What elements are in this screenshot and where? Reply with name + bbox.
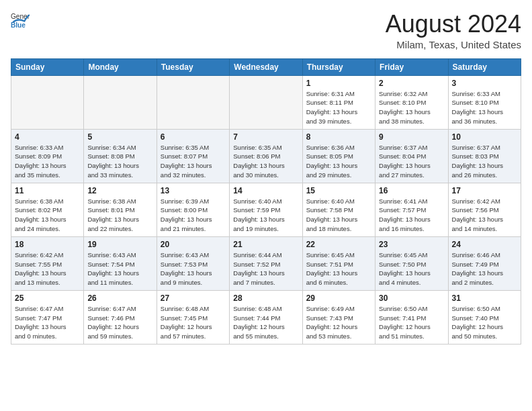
day-info: Sunrise: 6:45 AM Sunset: 7:51 PM Dayligh… bbox=[306, 250, 371, 287]
calendar-day-cell: 8Sunrise: 6:36 AM Sunset: 8:05 PM Daylig… bbox=[302, 129, 375, 183]
day-info: Sunrise: 6:38 AM Sunset: 8:02 PM Dayligh… bbox=[15, 197, 80, 234]
day-number: 15 bbox=[306, 186, 371, 195]
calendar-day-cell: 3Sunrise: 6:33 AM Sunset: 8:10 PM Daylig… bbox=[448, 75, 521, 129]
day-info: Sunrise: 6:38 AM Sunset: 8:01 PM Dayligh… bbox=[87, 197, 152, 234]
day-info: Sunrise: 6:42 AM Sunset: 7:55 PM Dayligh… bbox=[15, 250, 80, 287]
day-info: Sunrise: 6:37 AM Sunset: 8:04 PM Dayligh… bbox=[379, 143, 444, 180]
calendar-day-cell: 13Sunrise: 6:39 AM Sunset: 8:00 PM Dayli… bbox=[157, 183, 229, 236]
day-number: 21 bbox=[233, 240, 298, 249]
day-info: Sunrise: 6:33 AM Sunset: 8:09 PM Dayligh… bbox=[15, 143, 80, 180]
calendar-day-cell: 23Sunrise: 6:45 AM Sunset: 7:50 PM Dayli… bbox=[375, 236, 448, 290]
calendar-week-row: 25Sunrise: 6:47 AM Sunset: 7:47 PM Dayli… bbox=[11, 290, 521, 344]
day-number: 14 bbox=[233, 186, 298, 195]
calendar-day-cell: 27Sunrise: 6:48 AM Sunset: 7:45 PM Dayli… bbox=[157, 290, 229, 344]
calendar-day-cell: 21Sunrise: 6:44 AM Sunset: 7:52 PM Dayli… bbox=[230, 236, 302, 290]
calendar-day-cell: 29Sunrise: 6:49 AM Sunset: 7:43 PM Dayli… bbox=[302, 290, 375, 344]
day-number: 4 bbox=[15, 132, 80, 142]
calendar-day-cell: 4Sunrise: 6:33 AM Sunset: 8:09 PM Daylig… bbox=[11, 129, 84, 183]
day-info: Sunrise: 6:35 AM Sunset: 8:06 PM Dayligh… bbox=[233, 143, 298, 180]
day-number: 20 bbox=[161, 240, 226, 249]
day-number: 11 bbox=[15, 186, 80, 195]
day-number: 29 bbox=[306, 293, 371, 303]
calendar-day-cell: 30Sunrise: 6:50 AM Sunset: 7:41 PM Dayli… bbox=[375, 290, 448, 344]
day-info: Sunrise: 6:42 AM Sunset: 7:56 PM Dayligh… bbox=[452, 197, 517, 234]
location: Milam, Texas, United States bbox=[386, 39, 521, 50]
calendar-day-cell: 2Sunrise: 6:32 AM Sunset: 8:10 PM Daylig… bbox=[375, 75, 448, 129]
calendar-day-cell: 28Sunrise: 6:48 AM Sunset: 7:44 PM Dayli… bbox=[230, 290, 302, 344]
calendar-day-cell: 16Sunrise: 6:41 AM Sunset: 7:57 PM Dayli… bbox=[375, 183, 448, 236]
day-info: Sunrise: 6:47 AM Sunset: 7:47 PM Dayligh… bbox=[15, 304, 80, 341]
calendar-day-cell bbox=[157, 75, 229, 129]
day-number: 7 bbox=[233, 132, 298, 142]
weekday-header-friday: Friday bbox=[375, 58, 448, 75]
day-number: 10 bbox=[452, 132, 517, 142]
day-info: Sunrise: 6:50 AM Sunset: 7:41 PM Dayligh… bbox=[379, 304, 444, 341]
day-info: Sunrise: 6:48 AM Sunset: 7:44 PM Dayligh… bbox=[233, 304, 298, 341]
weekday-header-row: SundayMondayTuesdayWednesdayThursdayFrid… bbox=[11, 58, 521, 75]
calendar-day-cell: 31Sunrise: 6:50 AM Sunset: 7:40 PM Dayli… bbox=[448, 290, 521, 344]
day-number: 30 bbox=[379, 293, 444, 303]
calendar-day-cell: 19Sunrise: 6:43 AM Sunset: 7:54 PM Dayli… bbox=[84, 236, 157, 290]
day-number: 9 bbox=[379, 132, 444, 142]
day-info: Sunrise: 6:35 AM Sunset: 8:07 PM Dayligh… bbox=[161, 143, 226, 180]
page-header: General Blue August 2024 Milam, Texas, U… bbox=[11, 11, 521, 50]
logo-icon: General Blue bbox=[11, 11, 30, 30]
calendar-day-cell bbox=[230, 75, 302, 129]
day-number: 2 bbox=[379, 79, 444, 88]
day-number: 13 bbox=[161, 186, 226, 195]
day-number: 16 bbox=[379, 186, 444, 195]
calendar-week-row: 1Sunrise: 6:31 AM Sunset: 8:11 PM Daylig… bbox=[11, 75, 521, 129]
calendar-day-cell: 18Sunrise: 6:42 AM Sunset: 7:55 PM Dayli… bbox=[11, 236, 84, 290]
calendar-day-cell: 10Sunrise: 6:37 AM Sunset: 8:03 PM Dayli… bbox=[448, 129, 521, 183]
calendar-day-cell: 1Sunrise: 6:31 AM Sunset: 8:11 PM Daylig… bbox=[302, 75, 375, 129]
weekday-header-tuesday: Tuesday bbox=[157, 58, 229, 75]
weekday-header-thursday: Thursday bbox=[302, 58, 375, 75]
calendar-week-row: 4Sunrise: 6:33 AM Sunset: 8:09 PM Daylig… bbox=[11, 129, 521, 183]
calendar-day-cell: 22Sunrise: 6:45 AM Sunset: 7:51 PM Dayli… bbox=[302, 236, 375, 290]
calendar-day-cell: 17Sunrise: 6:42 AM Sunset: 7:56 PM Dayli… bbox=[448, 183, 521, 236]
calendar-day-cell: 14Sunrise: 6:40 AM Sunset: 7:59 PM Dayli… bbox=[230, 183, 302, 236]
calendar-day-cell: 11Sunrise: 6:38 AM Sunset: 8:02 PM Dayli… bbox=[11, 183, 84, 236]
weekday-header-wednesday: Wednesday bbox=[230, 58, 302, 75]
day-info: Sunrise: 6:49 AM Sunset: 7:43 PM Dayligh… bbox=[306, 304, 371, 341]
day-number: 1 bbox=[306, 79, 371, 88]
day-info: Sunrise: 6:33 AM Sunset: 8:10 PM Dayligh… bbox=[452, 89, 517, 126]
day-info: Sunrise: 6:50 AM Sunset: 7:40 PM Dayligh… bbox=[452, 304, 517, 341]
day-info: Sunrise: 6:40 AM Sunset: 7:58 PM Dayligh… bbox=[306, 197, 371, 234]
day-info: Sunrise: 6:36 AM Sunset: 8:05 PM Dayligh… bbox=[306, 143, 371, 180]
weekday-header-sunday: Sunday bbox=[11, 58, 84, 75]
day-number: 6 bbox=[161, 132, 226, 142]
day-info: Sunrise: 6:40 AM Sunset: 7:59 PM Dayligh… bbox=[233, 197, 298, 234]
calendar-day-cell bbox=[84, 75, 157, 129]
day-info: Sunrise: 6:39 AM Sunset: 8:00 PM Dayligh… bbox=[161, 197, 226, 234]
day-number: 8 bbox=[306, 132, 371, 142]
day-info: Sunrise: 6:32 AM Sunset: 8:10 PM Dayligh… bbox=[379, 89, 444, 126]
weekday-header-monday: Monday bbox=[84, 58, 157, 75]
day-number: 23 bbox=[379, 240, 444, 249]
day-info: Sunrise: 6:43 AM Sunset: 7:54 PM Dayligh… bbox=[87, 250, 152, 287]
day-info: Sunrise: 6:43 AM Sunset: 7:53 PM Dayligh… bbox=[161, 250, 226, 287]
day-number: 12 bbox=[87, 186, 152, 195]
calendar-day-cell: 25Sunrise: 6:47 AM Sunset: 7:47 PM Dayli… bbox=[11, 290, 84, 344]
day-info: Sunrise: 6:47 AM Sunset: 7:46 PM Dayligh… bbox=[87, 304, 152, 341]
day-number: 19 bbox=[87, 240, 152, 249]
calendar-week-row: 11Sunrise: 6:38 AM Sunset: 8:02 PM Dayli… bbox=[11, 183, 521, 236]
day-info: Sunrise: 6:31 AM Sunset: 8:11 PM Dayligh… bbox=[306, 89, 371, 126]
calendar-day-cell: 6Sunrise: 6:35 AM Sunset: 8:07 PM Daylig… bbox=[157, 129, 229, 183]
calendar-day-cell: 26Sunrise: 6:47 AM Sunset: 7:46 PM Dayli… bbox=[84, 290, 157, 344]
day-number: 26 bbox=[87, 293, 152, 303]
weekday-header-saturday: Saturday bbox=[448, 58, 521, 75]
calendar-day-cell bbox=[11, 75, 84, 129]
day-number: 17 bbox=[452, 186, 517, 195]
calendar-day-cell: 24Sunrise: 6:46 AM Sunset: 7:49 PM Dayli… bbox=[448, 236, 521, 290]
month-title: August 2024 bbox=[386, 11, 521, 38]
day-number: 27 bbox=[161, 293, 226, 303]
calendar-day-cell: 5Sunrise: 6:34 AM Sunset: 8:08 PM Daylig… bbox=[84, 129, 157, 183]
day-number: 28 bbox=[233, 293, 298, 303]
calendar-day-cell: 9Sunrise: 6:37 AM Sunset: 8:04 PM Daylig… bbox=[375, 129, 448, 183]
title-block: August 2024 Milam, Texas, United States bbox=[386, 11, 521, 50]
day-number: 22 bbox=[306, 240, 371, 249]
day-number: 31 bbox=[452, 293, 517, 303]
day-number: 5 bbox=[87, 132, 152, 142]
day-number: 25 bbox=[15, 293, 80, 303]
